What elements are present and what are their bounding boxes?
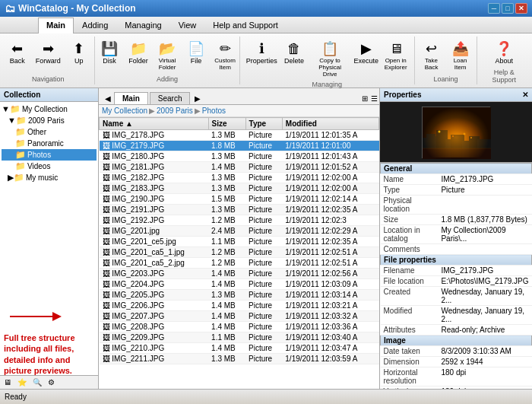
tab-main[interactable]: Main xyxy=(38,17,74,33)
prop-row: Size1.8 MB (1,837,778 Bytes) xyxy=(381,215,532,225)
coll-btn-2[interactable]: ⭐ xyxy=(15,377,29,387)
table-row[interactable]: 🖼 IMG_2204.JPG1.4 MBPicture1/19/2011 12:… xyxy=(100,279,379,290)
tab-help[interactable]: Help and Support xyxy=(204,17,287,33)
file-list: Name ▲ Size Type Modified 🖼 IMG_2178.JPG… xyxy=(99,117,379,389)
tree-item-2009paris[interactable]: ▼📁 2009 Paris xyxy=(2,115,97,126)
table-row[interactable]: 🖼 IMG_2183.JPG1.3 MBPicture1/19/2011 12:… xyxy=(100,183,379,194)
tree-icon: 📁 xyxy=(15,138,26,148)
col-modified[interactable]: Modified xyxy=(282,118,378,130)
loan-item-button[interactable]: 📤 LoanItem xyxy=(447,38,474,73)
nav-right-icon[interactable]: ▶ xyxy=(192,93,204,104)
prop-row: Date taken8/3/2009 3:10:33 AM xyxy=(381,346,532,357)
adding-group-label: Adding xyxy=(157,75,178,83)
col-type[interactable]: Type xyxy=(245,118,282,130)
properties-close-icon[interactable]: ✕ xyxy=(522,91,528,99)
table-row[interactable]: 🖼 IMG_2201.jpg2.4 MBPicture1/19/2011 12:… xyxy=(100,226,379,237)
forward-button[interactable]: ➡ Forward xyxy=(33,38,64,67)
col-size[interactable]: Size xyxy=(208,118,245,130)
copy-icon: 📋 xyxy=(321,40,339,58)
table-row[interactable]: 🖼 IMG_2190.JPG1.5 MBPicture1/19/2011 12:… xyxy=(100,194,379,205)
disk-button[interactable]: 💾 Disk xyxy=(96,38,123,67)
tab-managing[interactable]: Managing xyxy=(116,17,169,33)
table-row[interactable]: 🖼 IMG_2211.JPG1.3 MBPicture1/19/2011 12:… xyxy=(100,354,379,364)
properties-header: Properties ✕ xyxy=(380,88,532,102)
prop-row: Comments xyxy=(381,244,532,255)
prop-row: CreatedWednesday, January 19, 2... xyxy=(381,287,532,306)
folder-button[interactable]: 📁 Folder xyxy=(125,38,152,67)
prop-row: Dimension2592 x 1944 xyxy=(381,357,532,367)
main-layout: Collection ▼📁 My Collection ▼📁 2009 Pari… xyxy=(0,88,532,389)
custom-item-button[interactable]: ✏ CustomItem xyxy=(211,38,239,73)
table-row[interactable]: 🖼 IMG_2210.JPG1.4 MBPicture1/19/2011 12:… xyxy=(100,343,379,354)
annotation: Full tree structure including all files,… xyxy=(4,305,86,376)
execute-button[interactable]: ▶ Execute xyxy=(352,38,381,67)
table-row[interactable]: 🖼 IMG_2209.JPG1.1 MBPicture1/19/2011 12:… xyxy=(100,332,379,343)
coll-btn-1[interactable]: 🖥 xyxy=(2,377,14,387)
tree-item-mycollection[interactable]: ▼📁 My Collection xyxy=(2,103,97,115)
breadcrumb-photos[interactable]: Photos xyxy=(202,107,226,115)
svg-rect-4 xyxy=(426,134,435,159)
navigation-group-label: Navigation xyxy=(32,75,65,83)
table-row[interactable]: 🖼 IMG_2207.JPG1.4 MBPicture1/19/2011 12:… xyxy=(100,311,379,322)
about-button[interactable]: ❓ About xyxy=(490,38,518,67)
tree-item-panoramic[interactable]: 📁 Panoramic xyxy=(2,138,97,149)
table-row[interactable]: 🖼 IMG_2181.JPG1.4 MBPicture1/19/2011 12:… xyxy=(100,162,379,173)
minimize-button[interactable]: ─ xyxy=(488,3,500,14)
breadcrumb-2009paris[interactable]: 2009 Paris xyxy=(157,107,193,115)
panel-tab-main[interactable]: Main xyxy=(114,92,148,104)
prop-row: Physical location xyxy=(381,196,532,215)
ribbon-group-loaning: ↩ TakeBack 📤 LoanItem Loaning xyxy=(415,37,478,84)
back-button[interactable]: ⬅ Back xyxy=(4,38,31,67)
about-icon: ❓ xyxy=(495,40,513,58)
table-row[interactable]: 🖼 IMG_2201_ca5_1.jpg1.2 MBPicture1/19/20… xyxy=(100,247,379,258)
tree-item-videos[interactable]: 📁 Videos xyxy=(2,161,97,172)
view-toggle-icon[interactable]: ⊞ xyxy=(360,93,369,104)
table-row[interactable]: 🖼 IMG_2179.JPG1.8 MBPicture1/19/2011 12:… xyxy=(100,141,379,151)
maximize-button[interactable]: □ xyxy=(502,3,514,14)
status-text: Ready xyxy=(5,393,27,401)
table-row[interactable]: 🖼 IMG_2182.JPG1.3 MBPicture1/19/2011 12:… xyxy=(100,173,379,183)
take-back-button[interactable]: ↩ TakeBack xyxy=(418,38,445,73)
table-row[interactable]: 🖼 IMG_2203.JPG1.4 MBPicture1/19/2011 12:… xyxy=(100,269,379,279)
coll-btn-3[interactable]: 🔍 xyxy=(30,377,44,387)
table-row[interactable]: 🖼 IMG_2205.JPG1.3 MBPicture1/19/2011 12:… xyxy=(100,290,379,301)
table-row[interactable]: 🖼 IMG_2201_ca5_2.jpg1.2 MBPicture1/19/20… xyxy=(100,258,379,269)
copy-physical-button[interactable]: 📋 Copy toPhysical Drive xyxy=(309,38,350,79)
svg-rect-7 xyxy=(445,139,453,159)
preview-image xyxy=(422,107,490,158)
tree-icon: ▼📁 xyxy=(8,116,27,126)
status-bar: Ready xyxy=(0,389,532,404)
table-row[interactable]: 🖼 IMG_2201_ce5.jpg1.1 MBPicture1/19/2011… xyxy=(100,237,379,247)
table-row[interactable]: 🖼 IMG_2180.JPG1.3 MBPicture1/19/2011 12:… xyxy=(100,151,379,162)
tab-view[interactable]: View xyxy=(170,17,205,33)
table-row[interactable]: 🖼 IMG_2192.JPG1.2 MBPicture1/19/2011 12:… xyxy=(100,215,379,226)
table-row[interactable]: 🖼 IMG_2206.JPG1.4 MBPicture1/19/2011 12:… xyxy=(100,301,379,311)
svg-rect-9 xyxy=(462,141,471,159)
svg-point-13 xyxy=(452,135,454,137)
properties-icon: ℹ xyxy=(252,40,271,58)
open-explorer-button[interactable]: 🖥 Open inExplorer xyxy=(382,38,410,73)
tree-item-photos[interactable]: 📁 Photos xyxy=(2,149,97,161)
detail-toggle-icon[interactable]: ☰ xyxy=(369,93,379,104)
loaning-group-label: Loaning xyxy=(434,75,458,83)
delete-button[interactable]: 🗑 Delete xyxy=(280,38,308,67)
tab-adding[interactable]: Adding xyxy=(74,17,116,33)
panel-tab-search[interactable]: Search xyxy=(150,92,191,104)
up-button[interactable]: ⬆ Up xyxy=(65,38,93,67)
virtual-folder-button[interactable]: 📂 VirtualFolder xyxy=(154,38,181,73)
close-button[interactable]: ✕ xyxy=(515,3,527,14)
file-button[interactable]: 📄 File xyxy=(182,38,210,67)
tree-item-other[interactable]: 📁 Other xyxy=(2,126,97,138)
properties-button[interactable]: ℹ Properties xyxy=(245,38,279,67)
tree-item-mymusic[interactable]: ▶📁 My music xyxy=(2,172,97,183)
virtual-folder-icon: 📂 xyxy=(158,40,176,58)
coll-btn-4[interactable]: ⚙ xyxy=(46,377,57,387)
col-name[interactable]: Name ▲ xyxy=(100,118,209,130)
svg-point-12 xyxy=(439,130,441,132)
svg-rect-11 xyxy=(477,139,491,159)
table-row[interactable]: 🖼 IMG_2191.JPG1.3 MBPicture1/19/2011 12:… xyxy=(100,205,379,215)
table-row[interactable]: 🖼 IMG_2208.JPG1.4 MBPicture1/19/2011 12:… xyxy=(100,322,379,332)
nav-left-icon[interactable]: ◀ xyxy=(102,93,114,104)
breadcrumb-mycollection[interactable]: My Collection xyxy=(102,107,147,115)
table-row[interactable]: 🖼 IMG_2178.JPG1.3 MBPicture1/19/2011 12:… xyxy=(100,130,379,141)
